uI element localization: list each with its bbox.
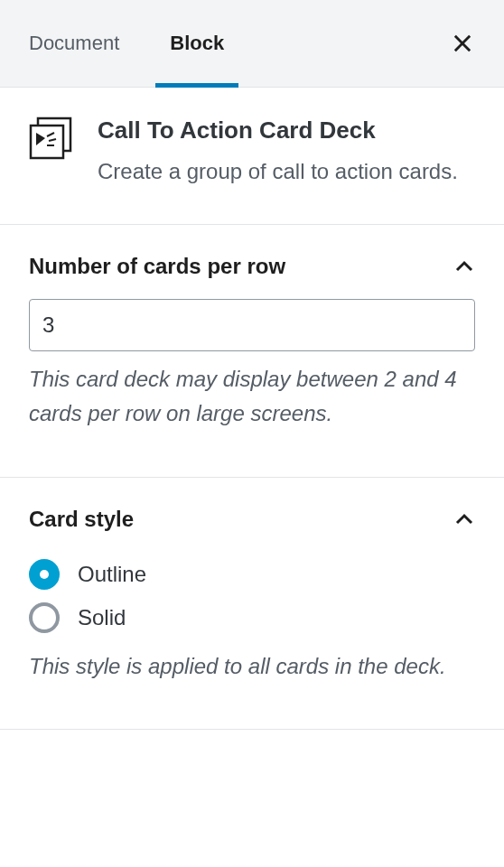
block-info: Call To Action Card Deck Create a group … — [0, 88, 504, 225]
block-description: Create a group of call to action cards. — [98, 155, 458, 188]
radio-solid-circle — [29, 602, 60, 633]
radio-outline-circle — [29, 559, 60, 590]
chevron-up-icon — [453, 508, 475, 530]
panel-cards-per-row-header[interactable]: Number of cards per row — [0, 225, 504, 299]
panel-card-style-body: Outline Solid This style is applied to a… — [0, 559, 504, 729]
block-info-text: Call To Action Card Deck Create a group … — [98, 117, 458, 188]
cards-per-row-input[interactable] — [29, 299, 475, 351]
tab-block[interactable]: Block — [145, 0, 249, 87]
panel-card-style: Card style Outline Solid This style is a… — [0, 478, 504, 730]
panel-cards-per-row-title: Number of cards per row — [29, 254, 285, 279]
tab-document-label: Document — [29, 32, 119, 55]
cards-per-row-help: This card deck may display between 2 and… — [29, 362, 475, 432]
block-icon — [29, 117, 72, 160]
card-style-radio-group: Outline Solid — [29, 559, 475, 633]
tab-block-label: Block — [170, 32, 224, 55]
panel-card-style-header[interactable]: Card style — [0, 478, 504, 552]
svg-rect-1 — [31, 126, 63, 158]
panel-cards-per-row: Number of cards per row This card deck m… — [0, 225, 504, 478]
close-icon — [450, 31, 475, 56]
panel-cards-per-row-body: This card deck may display between 2 and… — [0, 299, 504, 477]
tabs-header: Document Block — [0, 0, 504, 88]
card-style-help: This style is applied to all cards in th… — [29, 649, 475, 684]
panel-card-style-title: Card style — [29, 507, 134, 532]
tab-document[interactable]: Document — [0, 0, 145, 87]
radio-outline[interactable]: Outline — [29, 559, 475, 590]
block-title: Call To Action Card Deck — [98, 117, 458, 144]
radio-solid-label: Solid — [78, 605, 126, 630]
chevron-up-icon — [453, 256, 475, 277]
radio-outline-label: Outline — [78, 562, 146, 587]
radio-solid[interactable]: Solid — [29, 602, 475, 633]
close-button[interactable] — [450, 31, 475, 56]
radio-dot — [40, 570, 49, 579]
